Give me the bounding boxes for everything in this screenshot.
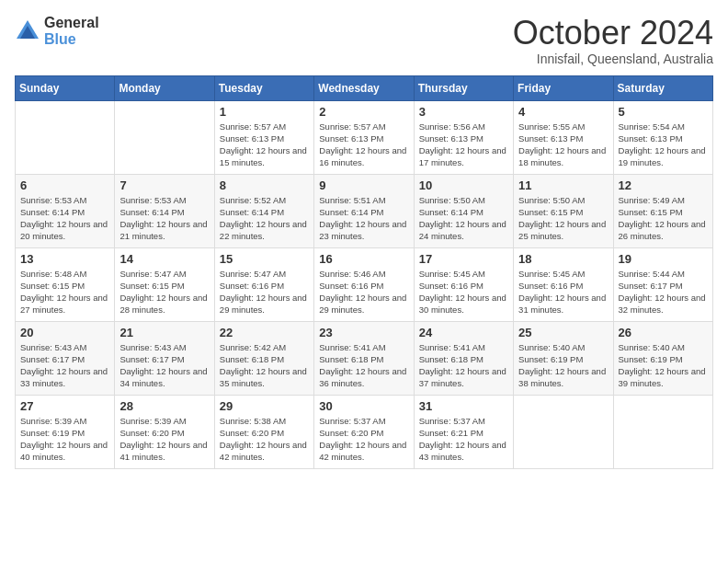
day-cell	[613, 395, 712, 468]
week-row-3: 13Sunrise: 5:48 AM Sunset: 6:15 PM Dayli…	[16, 247, 713, 321]
day-number: 11	[518, 178, 608, 192]
day-cell: 14Sunrise: 5:47 AM Sunset: 6:15 PM Dayli…	[115, 247, 214, 321]
day-cell: 21Sunrise: 5:43 AM Sunset: 6:17 PM Dayli…	[115, 321, 214, 395]
day-number: 18	[518, 252, 608, 266]
day-cell: 1Sunrise: 5:57 AM Sunset: 6:13 PM Daylig…	[214, 100, 313, 174]
weekday-header-monday: Monday	[115, 75, 214, 100]
weekday-header-tuesday: Tuesday	[214, 75, 313, 100]
month-year-title: October 2024	[513, 15, 713, 52]
day-number: 7	[119, 178, 209, 192]
day-number: 15	[220, 252, 309, 266]
day-number: 31	[419, 399, 508, 413]
day-number: 26	[619, 326, 708, 339]
day-cell: 24Sunrise: 5:41 AM Sunset: 6:18 PM Dayli…	[414, 321, 513, 395]
day-cell: 18Sunrise: 5:45 AM Sunset: 6:16 PM Dayli…	[514, 247, 613, 321]
day-cell: 22Sunrise: 5:42 AM Sunset: 6:18 PM Dayli…	[214, 321, 313, 395]
day-cell: 25Sunrise: 5:40 AM Sunset: 6:19 PM Dayli…	[514, 321, 613, 395]
day-info: Sunrise: 5:40 AM Sunset: 6:19 PM Dayligh…	[619, 341, 708, 390]
day-number: 8	[220, 178, 309, 192]
day-info: Sunrise: 5:38 AM Sunset: 6:20 PM Dayligh…	[220, 415, 309, 464]
week-row-2: 6Sunrise: 5:53 AM Sunset: 6:14 PM Daylig…	[16, 174, 713, 247]
day-number: 4	[518, 105, 608, 119]
day-info: Sunrise: 5:40 AM Sunset: 6:19 PM Dayligh…	[518, 341, 608, 390]
day-info: Sunrise: 5:53 AM Sunset: 6:14 PM Dayligh…	[119, 194, 209, 243]
day-info: Sunrise: 5:39 AM Sunset: 6:19 PM Dayligh…	[20, 415, 109, 464]
day-cell: 11Sunrise: 5:50 AM Sunset: 6:15 PM Dayli…	[514, 174, 613, 247]
day-cell: 7Sunrise: 5:53 AM Sunset: 6:14 PM Daylig…	[115, 174, 214, 247]
weekday-header-friday: Friday	[514, 75, 613, 100]
day-number: 23	[319, 326, 408, 339]
day-info: Sunrise: 5:43 AM Sunset: 6:17 PM Dayligh…	[119, 341, 209, 390]
day-cell: 19Sunrise: 5:44 AM Sunset: 6:17 PM Dayli…	[613, 247, 712, 321]
day-info: Sunrise: 5:42 AM Sunset: 6:18 PM Dayligh…	[220, 341, 309, 390]
day-info: Sunrise: 5:47 AM Sunset: 6:15 PM Dayligh…	[119, 268, 209, 316]
logo: General Blue	[15, 15, 99, 47]
day-number: 24	[419, 326, 508, 339]
day-info: Sunrise: 5:53 AM Sunset: 6:14 PM Dayligh…	[20, 194, 109, 243]
day-cell	[514, 395, 613, 468]
day-info: Sunrise: 5:57 AM Sunset: 6:13 PM Dayligh…	[319, 121, 408, 169]
day-info: Sunrise: 5:46 AM Sunset: 6:16 PM Dayligh…	[319, 268, 408, 316]
day-info: Sunrise: 5:50 AM Sunset: 6:15 PM Dayligh…	[518, 194, 608, 243]
title-section: October 2024 Innisfail, Queensland, Aust…	[513, 15, 713, 66]
day-info: Sunrise: 5:50 AM Sunset: 6:14 PM Dayligh…	[419, 194, 508, 243]
day-number: 19	[619, 252, 708, 266]
day-info: Sunrise: 5:41 AM Sunset: 6:18 PM Dayligh…	[419, 341, 508, 390]
day-number: 5	[619, 105, 708, 119]
day-info: Sunrise: 5:45 AM Sunset: 6:16 PM Dayligh…	[419, 268, 508, 316]
day-cell: 26Sunrise: 5:40 AM Sunset: 6:19 PM Dayli…	[613, 321, 712, 395]
day-info: Sunrise: 5:39 AM Sunset: 6:20 PM Dayligh…	[119, 415, 209, 464]
day-cell: 9Sunrise: 5:51 AM Sunset: 6:14 PM Daylig…	[314, 174, 414, 247]
week-row-4: 20Sunrise: 5:43 AM Sunset: 6:17 PM Dayli…	[16, 321, 713, 395]
day-cell: 3Sunrise: 5:56 AM Sunset: 6:13 PM Daylig…	[414, 100, 513, 174]
day-number: 2	[319, 105, 408, 119]
day-cell	[16, 100, 115, 174]
logo-general: General	[44, 15, 99, 31]
day-cell: 30Sunrise: 5:37 AM Sunset: 6:20 PM Dayli…	[314, 395, 414, 468]
logo-blue: Blue	[44, 31, 99, 48]
day-cell	[115, 100, 214, 174]
day-info: Sunrise: 5:47 AM Sunset: 6:16 PM Dayligh…	[220, 268, 309, 316]
day-number: 10	[419, 178, 508, 192]
day-number: 29	[220, 399, 309, 413]
weekday-header-row: SundayMondayTuesdayWednesdayThursdayFrid…	[16, 75, 713, 100]
day-cell: 13Sunrise: 5:48 AM Sunset: 6:15 PM Dayli…	[16, 247, 115, 321]
day-number: 17	[419, 252, 508, 266]
day-cell: 16Sunrise: 5:46 AM Sunset: 6:16 PM Dayli…	[314, 247, 414, 321]
day-cell: 17Sunrise: 5:45 AM Sunset: 6:16 PM Dayli…	[414, 247, 513, 321]
day-number: 13	[20, 252, 109, 266]
day-cell: 29Sunrise: 5:38 AM Sunset: 6:20 PM Dayli…	[214, 395, 313, 468]
day-number: 3	[419, 105, 508, 119]
day-cell: 20Sunrise: 5:43 AM Sunset: 6:17 PM Dayli…	[16, 321, 115, 395]
day-number: 9	[319, 178, 408, 192]
day-number: 22	[220, 326, 309, 339]
day-info: Sunrise: 5:48 AM Sunset: 6:15 PM Dayligh…	[20, 268, 109, 316]
day-cell: 2Sunrise: 5:57 AM Sunset: 6:13 PM Daylig…	[314, 100, 414, 174]
weekday-header-wednesday: Wednesday	[314, 75, 414, 100]
day-cell: 23Sunrise: 5:41 AM Sunset: 6:18 PM Dayli…	[314, 321, 414, 395]
day-info: Sunrise: 5:49 AM Sunset: 6:15 PM Dayligh…	[619, 194, 708, 243]
day-cell: 28Sunrise: 5:39 AM Sunset: 6:20 PM Dayli…	[115, 395, 214, 468]
day-cell: 4Sunrise: 5:55 AM Sunset: 6:13 PM Daylig…	[514, 100, 613, 174]
day-number: 25	[518, 326, 608, 339]
day-info: Sunrise: 5:37 AM Sunset: 6:21 PM Dayligh…	[419, 415, 508, 464]
day-info: Sunrise: 5:51 AM Sunset: 6:14 PM Dayligh…	[319, 194, 408, 243]
day-number: 28	[119, 399, 209, 413]
day-cell: 5Sunrise: 5:54 AM Sunset: 6:13 PM Daylig…	[613, 100, 712, 174]
day-info: Sunrise: 5:56 AM Sunset: 6:13 PM Dayligh…	[419, 121, 508, 169]
week-row-5: 27Sunrise: 5:39 AM Sunset: 6:19 PM Dayli…	[16, 395, 713, 468]
day-cell: 31Sunrise: 5:37 AM Sunset: 6:21 PM Dayli…	[414, 395, 513, 468]
day-info: Sunrise: 5:52 AM Sunset: 6:14 PM Dayligh…	[220, 194, 309, 243]
day-cell: 6Sunrise: 5:53 AM Sunset: 6:14 PM Daylig…	[16, 174, 115, 247]
day-number: 27	[20, 399, 109, 413]
week-row-1: 1Sunrise: 5:57 AM Sunset: 6:13 PM Daylig…	[16, 100, 713, 174]
day-number: 21	[119, 326, 209, 339]
day-number: 6	[20, 178, 109, 192]
day-number: 20	[20, 326, 109, 339]
day-cell: 12Sunrise: 5:49 AM Sunset: 6:15 PM Dayli…	[613, 174, 712, 247]
location-subtitle: Innisfail, Queensland, Australia	[513, 52, 713, 66]
logo-icon	[15, 18, 40, 44]
day-info: Sunrise: 5:44 AM Sunset: 6:17 PM Dayligh…	[619, 268, 708, 316]
day-info: Sunrise: 5:45 AM Sunset: 6:16 PM Dayligh…	[518, 268, 608, 316]
day-info: Sunrise: 5:41 AM Sunset: 6:18 PM Dayligh…	[319, 341, 408, 390]
